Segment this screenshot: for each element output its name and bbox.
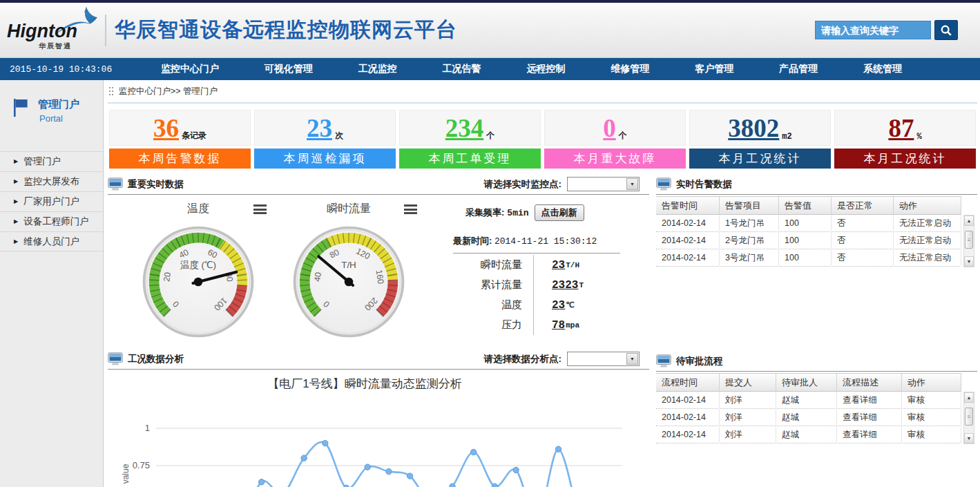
- sidebar-item-label: 维修人员门户: [23, 232, 79, 251]
- approval-column-header: 动作: [902, 374, 961, 392]
- sidebar-item-1[interactable]: ▶监控大屏发布: [0, 171, 103, 191]
- reading-number: 2323: [552, 279, 578, 292]
- reading-value: 2323T: [533, 275, 627, 295]
- approval-column-header: 流程时间: [656, 374, 720, 392]
- logo-subtext: 华辰智通: [39, 41, 72, 51]
- approval-cell[interactable]: 查看详细: [837, 392, 902, 409]
- stat-card-label[interactable]: 本月工况统计: [834, 149, 976, 169]
- stat-unit: 个: [619, 130, 627, 142]
- table-row: 2014-02-142号龙门吊100否无法正常启动: [656, 232, 961, 249]
- scrollbar-up-icon[interactable]: ▲: [964, 216, 974, 226]
- stat-value: 87: [888, 115, 914, 141]
- scrollbar-track[interactable]: ≡: [964, 403, 974, 433]
- monitor-icon: [656, 354, 671, 368]
- nav-item-3[interactable]: 工况告警: [443, 63, 481, 75]
- readings-list: 瞬时流量23T/H累计流量2323T温度23℃压力78mpa: [453, 255, 627, 335]
- nav-item-0[interactable]: 监控中心门户: [161, 63, 219, 75]
- search-button[interactable]: [934, 20, 958, 40]
- stat-unit: %: [916, 132, 921, 142]
- analysis-point-select[interactable]: ▼: [567, 352, 640, 366]
- alarm-cell: 2号龙门吊: [720, 232, 779, 249]
- sidebar-item-0[interactable]: ▶管理门户: [0, 151, 103, 171]
- approval-cell[interactable]: 查看详细: [837, 426, 902, 443]
- alarm-cell: 100: [779, 215, 832, 232]
- sidebar-item-label: 厂家用户门户: [23, 192, 79, 211]
- monitor-point-select[interactable]: ▼: [567, 177, 640, 191]
- approval-column-header: 提交人: [720, 374, 776, 392]
- nav-item-2[interactable]: 工况监控: [358, 63, 397, 75]
- approvals-panel: 待审批流程 流程时间提交人待审批人流程描述动作2014-02-14刘洋赵城查看详…: [656, 351, 977, 444]
- stat-card-top: 0个: [544, 110, 686, 146]
- reading-value: 78mpa: [533, 315, 627, 335]
- approval-cell[interactable]: 审核: [902, 426, 961, 443]
- stats-row: 36条记录本周告警数据23次本周巡检漏项234个本周工单受理0个本月重大故障38…: [108, 104, 977, 173]
- main-nav: 2015-10-19 10:43:06 监控中心门户可视化管理工况监控工况告警远…: [0, 58, 980, 80]
- page-title: 华辰智通设备远程监控物联网云平台: [115, 16, 457, 44]
- stat-card-label[interactable]: 本月重大故障: [544, 149, 686, 169]
- sidebar-item-2[interactable]: ▶厂家用户门户: [0, 191, 103, 211]
- sidebar-item-label: 设备工程师门户: [23, 212, 89, 231]
- search-input[interactable]: [815, 21, 931, 39]
- scrollbar-thumb[interactable]: ≡: [965, 231, 973, 249]
- scrollbar-up-icon[interactable]: ▲: [964, 392, 974, 403]
- scrollbar-track[interactable]: ≡: [964, 226, 974, 256]
- approval-cell: 赵城: [776, 409, 837, 426]
- reading-label: 温度: [453, 298, 533, 312]
- alarm-cell: 无法正常启动: [894, 232, 961, 249]
- alarm-table-header: 告警时间告警项目告警值是否正常动作: [656, 196, 961, 215]
- breadcrumb: 监控中心门户>> 管理门户: [108, 80, 977, 104]
- analysis-panel: 工况数据分析 请选择数据分析点: ▼ 【电厂1号线】瞬时流量动态监测分析 10.…: [108, 349, 649, 487]
- nav-timestamp: 2015-10-19 10:43:06: [0, 64, 138, 75]
- approval-cell[interactable]: 审核: [902, 409, 961, 426]
- gauge-menu-icon[interactable]: [253, 204, 267, 216]
- gauge-menu-icon[interactable]: [404, 204, 417, 216]
- analysis-select-label: 请选择数据分析点:: [484, 353, 562, 365]
- monitor-select-label: 请选择实时监控点:: [484, 178, 562, 191]
- alarm-cell: 100: [779, 232, 832, 249]
- nav-item-7[interactable]: 产品管理: [779, 63, 818, 75]
- logo: Hignton 华辰智通: [6, 6, 94, 55]
- reading-unit: ℃: [566, 300, 574, 309]
- alarm-column-header: 告警值: [779, 197, 832, 216]
- stat-card-0: 36条记录本周告警数据: [109, 110, 251, 169]
- scrollbar-down-icon[interactable]: ▼: [964, 256, 974, 267]
- nav-item-1[interactable]: 可视化管理: [265, 63, 313, 75]
- sidebar: 管理门户 Portal ▶管理门户▶监控大屏发布▶厂家用户门户▶设备工程师门户▶…: [0, 80, 104, 487]
- nav-item-8[interactable]: 系统管理: [863, 63, 902, 75]
- stat-card-label[interactable]: 本周工单受理: [399, 149, 541, 169]
- svg-text:20: 20: [162, 271, 173, 283]
- alarm-cell: 3号龙门吊: [720, 249, 779, 267]
- latest-time-value: 2014-11-21 15:30:12: [494, 236, 597, 247]
- scrollbar-thumb[interactable]: ≡: [965, 408, 973, 426]
- stat-card-label[interactable]: 本月工况统计: [689, 149, 831, 169]
- refresh-button[interactable]: 点击刷新: [535, 204, 584, 221]
- flow-gauge: 04080120160200T/H: [291, 224, 407, 340]
- stat-card-label[interactable]: 本周巡检漏项: [254, 149, 396, 169]
- approvals-table: 流程时间提交人待审批人流程描述动作2014-02-14刘洋赵城查看详细审核201…: [656, 373, 977, 444]
- header-divider: [105, 15, 106, 46]
- alarm-cell: 1号龙门吊: [720, 215, 779, 232]
- chart-title: 【电厂1号线】瞬时流量动态监测分析: [108, 376, 622, 392]
- sidebar-item-3[interactable]: ▶设备工程师门户: [0, 211, 103, 231]
- stat-card-2: 234个本周工单受理: [399, 110, 541, 169]
- nav-item-4[interactable]: 远程控制: [526, 63, 565, 75]
- search-icon: [940, 24, 952, 37]
- scrollbar-down-icon[interactable]: ▼: [964, 433, 974, 443]
- table-scrollbar: ▲≡▼: [963, 392, 974, 444]
- stat-card-label[interactable]: 本周告警数据: [109, 149, 251, 169]
- nav-item-6[interactable]: 客户管理: [695, 63, 733, 75]
- stat-unit: 条记录: [182, 130, 206, 142]
- stat-value: 23: [307, 115, 332, 141]
- alarm-column-header: 是否正常: [832, 197, 894, 216]
- nav-item-5[interactable]: 维修管理: [611, 63, 649, 75]
- freq-value: 5min: [507, 208, 528, 218]
- app-header: Hignton 华辰智通 华辰智通设备远程监控物联网云平台: [0, 3, 980, 58]
- alarm-cell: 100: [779, 249, 832, 267]
- alarm-cell: 2014-02-14: [656, 249, 720, 267]
- approval-cell[interactable]: 查看详细: [837, 409, 902, 426]
- approval-cell[interactable]: 审核: [902, 392, 961, 409]
- freq-label: 采集频率:: [465, 207, 504, 219]
- table-row: 2014-02-14刘洋赵城查看详细审核: [656, 409, 961, 426]
- alarm-cell: 无法正常启动: [894, 249, 961, 267]
- sidebar-item-4[interactable]: ▶维修人员门户: [0, 231, 103, 251]
